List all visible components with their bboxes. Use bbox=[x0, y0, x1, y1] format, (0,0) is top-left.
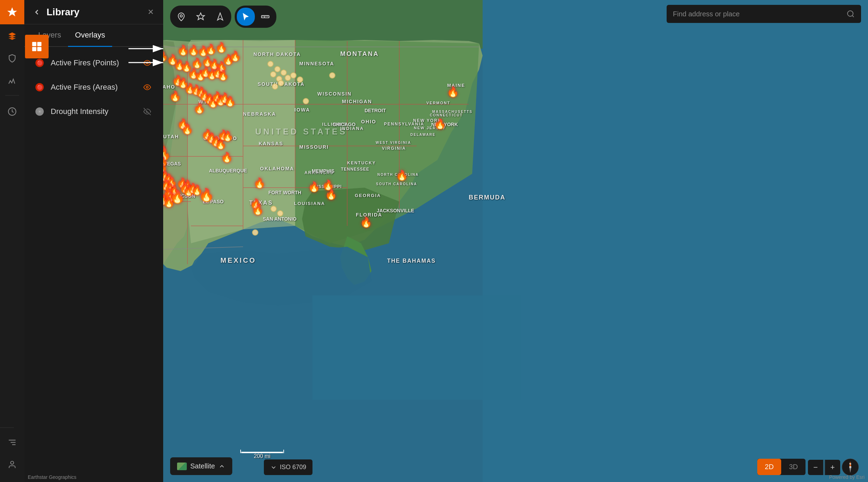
layer-name-fire-points: Active Fires (Points) bbox=[51, 58, 141, 67]
layer-visibility-toggle-fire-points[interactable] bbox=[141, 57, 153, 69]
svg-rect-6 bbox=[483, 0, 868, 482]
attribution-right: Powered by Esri bbox=[829, 474, 865, 480]
panel-back-button[interactable] bbox=[31, 7, 42, 18]
sidebar-item-sort[interactable] bbox=[0, 432, 24, 453]
layer-icon-fire-points: 🔴 bbox=[34, 57, 45, 68]
layer-visibility-toggle-drought[interactable] bbox=[141, 105, 153, 118]
panel-header: Library ✕ bbox=[24, 0, 163, 24]
zoom-controls: − + bbox=[808, 460, 840, 475]
svg-rect-7 bbox=[312, 295, 521, 400]
layer-name-drought: Drought Intensity bbox=[51, 107, 141, 116]
sidebar-item-user[interactable] bbox=[0, 454, 24, 475]
chevron-down-icon bbox=[270, 464, 277, 471]
layer-name-fire-areas: Active Fires (Areas) bbox=[51, 83, 141, 92]
svg-point-36 bbox=[848, 11, 853, 16]
svg-text:N: N bbox=[849, 462, 851, 465]
active-layers-indicator bbox=[25, 35, 49, 58]
svg-rect-44 bbox=[32, 42, 36, 46]
svg-rect-47 bbox=[37, 47, 41, 51]
svg-point-25 bbox=[11, 461, 14, 464]
panel-title: Library bbox=[47, 7, 145, 18]
svg-point-26 bbox=[146, 62, 148, 64]
layer-item-drought-intensity[interactable]: ☀ Drought Intensity bbox=[27, 100, 160, 123]
satellite-selector[interactable]: Satellite bbox=[170, 457, 232, 475]
search-bar bbox=[667, 5, 861, 23]
sidebar bbox=[0, 0, 24, 482]
svg-point-39 bbox=[849, 466, 851, 468]
scale-label: 200 mi bbox=[254, 453, 270, 459]
search-icon bbox=[846, 10, 855, 18]
zoom-in-button[interactable]: + bbox=[825, 460, 840, 475]
chevron-up-icon bbox=[218, 463, 225, 470]
toolbar-btn-waypoint[interactable] bbox=[192, 8, 210, 26]
sidebar-item-security[interactable] bbox=[0, 48, 24, 69]
layer-visibility-toggle-fire-areas[interactable] bbox=[141, 81, 153, 93]
layer-icon-drought: ☀ bbox=[34, 106, 45, 117]
svg-point-29 bbox=[180, 15, 183, 17]
sidebar-item-history[interactable] bbox=[0, 101, 24, 122]
svg-rect-46 bbox=[32, 47, 36, 51]
iso-badge: ISO 6709 bbox=[264, 459, 312, 475]
toolbar-btn-navigate[interactable] bbox=[211, 8, 229, 26]
panel-close-button[interactable]: ✕ bbox=[145, 7, 156, 18]
view-btn-2d[interactable]: 2D bbox=[757, 459, 782, 475]
svg-line-37 bbox=[852, 16, 854, 17]
sidebar-divider-2 bbox=[0, 427, 14, 428]
toolbar-group-select bbox=[235, 6, 276, 28]
layer-item-active-fires-areas[interactable]: 🔴 Active Fires (Areas) bbox=[27, 75, 160, 99]
sidebar-item-layers[interactable] bbox=[0, 26, 24, 47]
search-input[interactable] bbox=[673, 10, 842, 18]
compass-control[interactable]: N bbox=[842, 458, 859, 476]
layer-icon-fire-areas: 🔴 bbox=[34, 82, 45, 93]
attribution-left: Earthstar Geographics bbox=[28, 474, 76, 480]
svg-point-27 bbox=[146, 86, 148, 88]
iso-label: ISO 6709 bbox=[280, 464, 306, 471]
svg-rect-45 bbox=[37, 42, 41, 46]
toolbar-btn-location[interactable] bbox=[172, 8, 190, 26]
app-logo[interactable] bbox=[0, 0, 24, 24]
bottom-toolbar: Satellite bbox=[170, 457, 232, 475]
zoom-divider bbox=[824, 460, 824, 475]
zoom-out-button[interactable]: − bbox=[808, 460, 823, 475]
toolbar-btn-select[interactable] bbox=[237, 8, 255, 26]
svg-marker-30 bbox=[217, 13, 223, 20]
satellite-thumbnail bbox=[177, 463, 187, 470]
sidebar-divider bbox=[5, 95, 19, 96]
toolbar-btn-measure[interactable] bbox=[256, 8, 274, 26]
toolbar-group-navigation bbox=[170, 6, 231, 28]
satellite-label: Satellite bbox=[190, 462, 215, 470]
search-input-wrap bbox=[667, 5, 861, 23]
library-panel: Library ✕ Layers Overlays 🔴 Active Fires… bbox=[24, 0, 163, 482]
layer-list: 🔴 Active Fires (Points) 🔴 Active Fires (… bbox=[24, 47, 163, 482]
view-toggle: 2D 3D bbox=[757, 459, 806, 475]
tab-overlays[interactable]: Overlays bbox=[68, 24, 112, 47]
scale-bar: 200 mi bbox=[240, 450, 284, 459]
view-btn-3d[interactable]: 3D bbox=[781, 459, 806, 475]
sidebar-item-terrain[interactable] bbox=[0, 70, 24, 91]
top-toolbar bbox=[170, 6, 276, 28]
